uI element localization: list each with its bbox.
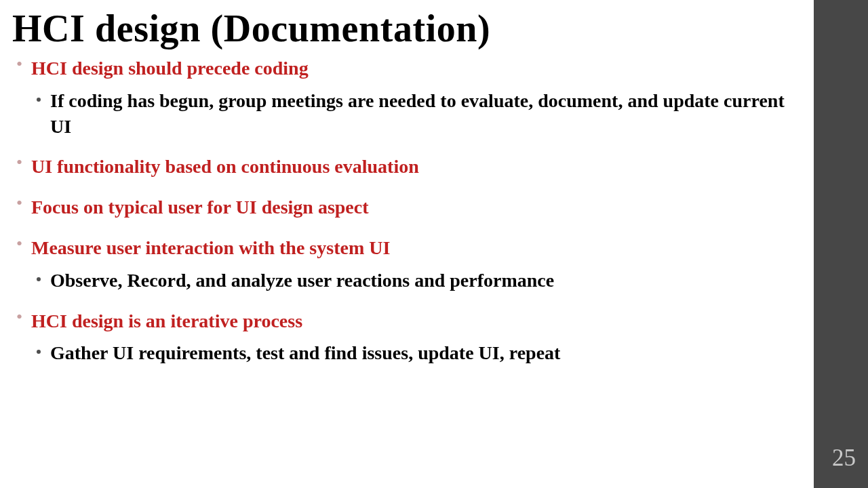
sub-bullet-text: If coding has begun, group meetings are … (31, 88, 802, 140)
bullet-text: Measure user interaction with the system… (31, 237, 390, 258)
slide-sidebar: 25 (814, 0, 868, 488)
bullet-list: HCI design should precede coding If codi… (12, 56, 802, 366)
sub-list: If coding has begun, group meetings are … (31, 88, 802, 140)
bullet-item: UI functionality based on continuous eva… (12, 154, 802, 180)
slide-content: HCI design (Documentation) HCI design sh… (0, 0, 814, 488)
bullet-item: HCI design is an iterative process Gathe… (12, 308, 802, 367)
bullet-text: Focus on typical user for UI design aspe… (31, 197, 369, 218)
sub-bullet-text: Gather UI requirements, test and find is… (31, 340, 802, 366)
bullet-item: HCI design should precede coding If codi… (12, 56, 802, 139)
bullet-text: HCI design is an iterative process (31, 310, 302, 331)
sub-bullet-text: Observe, Record, and analyze user reacti… (31, 268, 802, 293)
bullet-text: HCI design should precede coding (31, 58, 309, 79)
bullet-item: Focus on typical user for UI design aspe… (12, 195, 802, 220)
page-number: 25 (832, 445, 856, 472)
bullet-text: UI functionality based on continuous eva… (31, 156, 419, 177)
slide-title: HCI design (Documentation) (12, 7, 802, 50)
bullet-item: Measure user interaction with the system… (12, 235, 802, 293)
sub-list: Observe, Record, and analyze user reacti… (31, 268, 802, 293)
sub-list: Gather UI requirements, test and find is… (31, 340, 802, 366)
